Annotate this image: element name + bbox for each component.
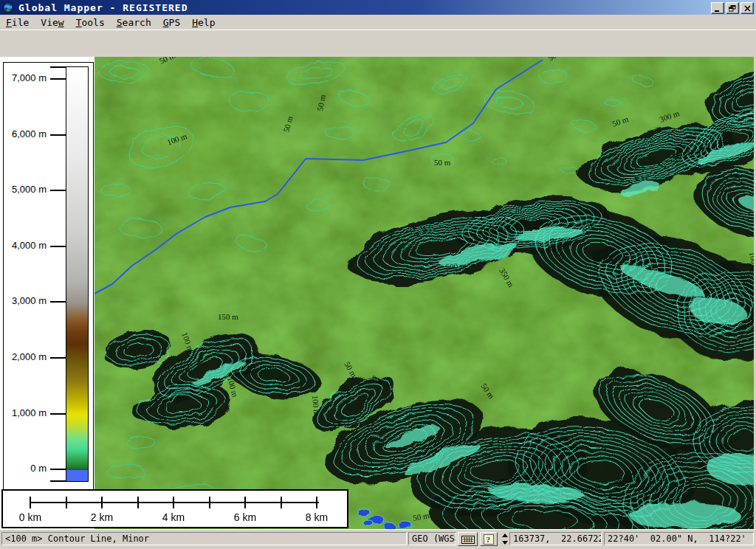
close-icon <box>744 5 751 12</box>
scale-tick <box>209 497 210 508</box>
scale-tick <box>30 497 31 508</box>
scale-label: 8 km <box>295 511 339 523</box>
legend-tick <box>50 190 66 191</box>
status-projection: GEO (WGS8 <box>408 532 456 545</box>
menu-item-gps[interactable]: GPS <box>157 16 186 29</box>
legend-tick-label: 0 m <box>4 463 47 474</box>
contour-label: 100 m <box>311 395 321 416</box>
spinner-up-icon <box>502 534 508 537</box>
legend-tick-label: 2,000 m <box>4 351 47 362</box>
status-coords-native: 163737, 22.66722137 ) <box>509 532 602 545</box>
scale-tick <box>316 497 317 508</box>
map-canvas: 50 m100 m50 m50 m50 m50 m50 m300 m400 m1… <box>0 57 756 529</box>
window-titlebar: Global Mapper - REGISTERED <box>0 0 756 15</box>
scale-tick <box>281 497 282 508</box>
legend-tick-label: 6,000 m <box>4 128 47 139</box>
close-button[interactable] <box>740 2 754 14</box>
scale-tick <box>101 497 103 508</box>
window-title: Global Mapper - REGISTERED <box>18 2 188 13</box>
help-button[interactable]: ? <box>480 532 498 546</box>
legend-tick-label: 7,000 m <box>4 72 47 83</box>
app-icon[interactable] <box>2 1 14 13</box>
elevation-legend: 7,000 m6,000 m5,000 m4,000 m3,000 m2,000… <box>3 62 94 491</box>
keyboard-button[interactable] <box>458 532 478 546</box>
scale-bar-line <box>30 502 319 503</box>
legend-tick-label: 4,000 m <box>4 240 47 251</box>
legend-end-tick <box>50 66 66 68</box>
restore-icon <box>729 5 736 12</box>
scale-bar: 0 km2 km4 km6 km8 km <box>1 489 348 528</box>
legend-tick <box>50 78 66 80</box>
menu-item-tools[interactable]: Tools <box>70 16 111 29</box>
menu-item-search[interactable]: Search <box>111 16 157 29</box>
contour-label: 100 m <box>594 259 604 280</box>
global-mapper-window: Global Mapper - REGISTERED FileViewTools… <box>0 0 756 549</box>
minimize-button[interactable] <box>711 2 724 14</box>
legend-tick <box>50 469 66 470</box>
legend-tick <box>50 246 66 247</box>
spinner-down-icon <box>502 541 508 545</box>
legend-tick <box>50 301 66 303</box>
elevation-water-band <box>66 470 88 481</box>
legend-tick-label: 5,000 m <box>4 184 47 195</box>
menu-item-file[interactable]: File <box>0 16 35 29</box>
menu-item-view[interactable]: View <box>35 16 69 29</box>
legend-tick <box>50 357 66 359</box>
scale-label: 6 km <box>223 511 267 523</box>
restore-button[interactable] <box>726 2 739 14</box>
menu-bar: FileViewToolsSearchGPSHelp <box>0 15 756 30</box>
legend-tick <box>50 134 66 136</box>
scale-label: 2 km <box>80 511 124 523</box>
legend-tick <box>50 413 66 415</box>
keyboard-icon <box>461 535 475 544</box>
map-view[interactable]: 50 m100 m50 m50 m50 m50 m50 m300 m400 m1… <box>94 57 756 529</box>
scale-tick <box>244 497 246 508</box>
status-coords-dms: 22?40' 02.00" N, 114?22' 17.89" E <box>604 532 754 545</box>
legend-tick-label: 1,000 m <box>4 407 47 418</box>
contour-label: 500 m <box>445 261 467 272</box>
scale-tick <box>66 497 67 508</box>
scale-label: 0 km <box>8 511 52 523</box>
status-feature-info: <100 m> Contour Line, Minor <box>1 532 407 545</box>
menu-item-help[interactable]: Help <box>186 16 221 29</box>
scale-tick <box>173 497 174 508</box>
help-icon: ? <box>484 534 494 545</box>
status-bar: <100 m> Contour Line, Minor GEO (WGS8 ? … <box>0 529 756 549</box>
svg-text:?: ? <box>487 535 491 544</box>
contour-label: 150 m <box>218 312 238 321</box>
legend-tick-label: 3,000 m <box>4 295 47 306</box>
legend-end-tick <box>50 480 66 482</box>
scale-label: 4 km <box>151 511 196 523</box>
contour-label: 50 m <box>434 158 451 167</box>
elevation-gradient-bar <box>66 66 89 482</box>
status-spinner[interactable] <box>501 532 509 546</box>
toolbar: Global Shader 3D <box>0 30 756 58</box>
scale-tick <box>137 497 139 508</box>
minimize-icon <box>714 5 721 12</box>
